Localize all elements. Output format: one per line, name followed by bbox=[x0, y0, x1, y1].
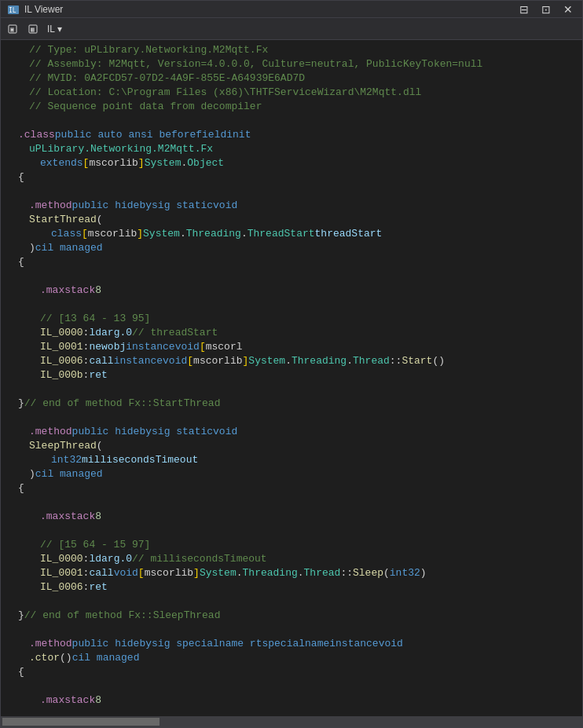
code-part: :: bbox=[390, 354, 402, 368]
empty-part bbox=[7, 114, 13, 128]
code-part: Thread bbox=[304, 566, 341, 580]
code-line: // Location: C:\Program Files (x86)\THTF… bbox=[1, 86, 582, 100]
code-part: System bbox=[145, 156, 182, 170]
toolbar: ▣ ▦ IL ▾ bbox=[1, 18, 582, 40]
back-icon: ▣ bbox=[8, 23, 20, 35]
code-editor[interactable]: // Type: uPLibrary.Networking.M2Mqtt.Fx/… bbox=[1, 40, 582, 716]
empty-part bbox=[7, 496, 13, 510]
horizontal-scrollbar[interactable] bbox=[1, 716, 582, 727]
code-part: instance bbox=[114, 354, 163, 368]
code-part: :: bbox=[340, 566, 353, 580]
code-part: void bbox=[213, 199, 237, 213]
code-part: : bbox=[83, 566, 90, 580]
code-part: . bbox=[181, 156, 187, 170]
code-part: // Type: uPLibrary.Networking.M2Mqtt.Fx bbox=[29, 43, 268, 57]
code-part: ThreadStart bbox=[248, 227, 315, 241]
empty-part bbox=[243, 340, 249, 354]
code-part: System bbox=[143, 227, 180, 241]
svg-text:IL: IL bbox=[9, 7, 16, 14]
code-line: IL_0006: ret bbox=[1, 580, 582, 594]
back-button[interactable]: ▣ bbox=[6, 20, 23, 38]
code-part: { bbox=[18, 170, 24, 185]
code-part: : bbox=[83, 580, 90, 594]
code-line: IL_0000: ldarg.0 // millisecondsTimeout bbox=[1, 552, 582, 566]
code-part: System bbox=[200, 566, 236, 580]
code-line: extends [mscorlib]System.Object bbox=[1, 156, 582, 170]
code-line: // MVID: 0A2FCD57-07D2-4A9F-855E-A64939E… bbox=[1, 71, 582, 86]
code-part: mscorlib bbox=[145, 566, 193, 580]
code-line bbox=[1, 114, 582, 128]
code-part: 8 bbox=[95, 510, 101, 524]
view-dropdown[interactable]: IL ▾ bbox=[43, 21, 66, 37]
code-line: ) cil managed bbox=[1, 241, 582, 255]
code-part: : bbox=[83, 326, 90, 340]
code-line: // Type: uPLibrary.Networking.M2Mqtt.Fx bbox=[1, 43, 582, 57]
pin-button[interactable]: ⊟ bbox=[516, 2, 532, 16]
code-part: [ bbox=[83, 156, 90, 170]
code-line: IL_0001: call void [mscorlib]System.Thre… bbox=[1, 566, 582, 580]
code-line bbox=[1, 708, 582, 716]
window-title: IL Viewer bbox=[24, 4, 63, 15]
svg-text:▣: ▣ bbox=[10, 26, 14, 33]
code-part: System bbox=[248, 354, 285, 368]
code-part: mscorlib bbox=[88, 227, 137, 241]
code-part: call bbox=[89, 354, 113, 368]
code-part: // MVID: 0A2FCD57-07D2-4A9F-855E-A64939E… bbox=[29, 71, 305, 86]
code-part: ldarg.0 bbox=[89, 552, 132, 566]
scrollbar-thumb[interactable] bbox=[2, 718, 160, 726]
code-part: : bbox=[83, 340, 90, 354]
il-viewer-window: IL IL Viewer ⊟ ⊡ ✕ ▣ ▦ IL ▾ bbox=[0, 0, 583, 728]
code-part: SleepThread bbox=[29, 439, 97, 453]
code-part: .maxstack bbox=[40, 693, 95, 708]
code-part: StartThread bbox=[29, 213, 97, 227]
code-part: ] bbox=[193, 566, 200, 580]
code-part: ldarg.0 bbox=[89, 326, 132, 340]
code-part: IL_0006 bbox=[40, 354, 83, 368]
code-line: // [13 64 - 13 95] bbox=[1, 312, 582, 326]
forward-button[interactable]: ▦ bbox=[24, 20, 42, 38]
code-line: } // end of method Fx::SleepThread bbox=[1, 609, 582, 623]
window-icon: IL bbox=[7, 3, 20, 16]
title-bar-left: IL IL Viewer bbox=[7, 3, 63, 16]
code-part: { bbox=[18, 665, 24, 679]
code-line bbox=[1, 623, 582, 637]
code-part: Threading bbox=[292, 354, 346, 368]
code-part: IL_0000 bbox=[40, 552, 83, 566]
code-part: } bbox=[18, 609, 24, 623]
code-line: // Assembly: M2Mqtt, Version=4.0.0.0, Cu… bbox=[1, 57, 582, 71]
code-part: IL_0001 bbox=[40, 566, 83, 580]
code-part: IL_0000 bbox=[40, 326, 83, 340]
code-part: ) bbox=[29, 241, 35, 255]
code-part: instance bbox=[126, 340, 174, 354]
code-line: uPLibrary.Networking.M2Mqtt.Fx bbox=[1, 142, 582, 156]
code-part: // [13 64 - 13 95] bbox=[40, 312, 150, 326]
code-part: cil managed bbox=[72, 651, 140, 665]
code-line: .class public auto ansi beforefieldinit bbox=[1, 128, 582, 142]
code-part: () bbox=[60, 651, 72, 665]
close-button[interactable]: ✕ bbox=[560, 2, 576, 16]
code-part: ( bbox=[97, 213, 103, 227]
code-part: public hidebysig specialname rtspecialna… bbox=[72, 637, 330, 651]
code-line: .method public hidebysig static void bbox=[1, 425, 582, 439]
code-part: Thread bbox=[353, 354, 390, 368]
code-line: class [mscorlib]System.Threading.ThreadS… bbox=[1, 227, 582, 241]
code-part: threadStart bbox=[315, 227, 383, 241]
float-button[interactable]: ⊡ bbox=[538, 2, 554, 16]
empty-part bbox=[7, 623, 13, 637]
code-part: // Location: C:\Program Files (x86)\THTF… bbox=[29, 86, 421, 100]
code-part: : bbox=[83, 368, 90, 382]
empty-part bbox=[7, 594, 13, 609]
code-part: IL_0006 bbox=[40, 580, 83, 594]
code-part: Start bbox=[402, 354, 432, 368]
dropdown-label: IL ▾ bbox=[47, 24, 62, 35]
code-part: .method bbox=[29, 425, 72, 439]
code-part: .maxstack bbox=[40, 284, 95, 298]
code-part: // end of method Fx::SleepThread bbox=[24, 609, 221, 623]
code-part: ) bbox=[29, 467, 35, 481]
code-line: .method public hidebysig specialname rts… bbox=[1, 637, 582, 651]
code-part: . bbox=[285, 354, 292, 368]
code-part: millisecondsTimeout bbox=[82, 453, 198, 467]
code-part: { bbox=[18, 481, 24, 496]
code-part: .method bbox=[29, 637, 72, 651]
code-line bbox=[1, 298, 582, 312]
